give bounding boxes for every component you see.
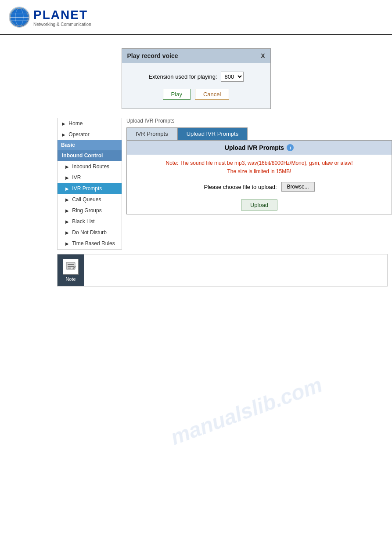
browse-button[interactable]: Browse... [281, 182, 315, 192]
note-area: Note [57, 254, 388, 287]
upload-note-line2: The size is limited in 15MB! [227, 168, 291, 174]
choose-file-label: Please choose file to upload: [204, 184, 277, 190]
logo-text: PLANET Networking & Communication [33, 8, 91, 27]
sidebar: ▶ Home ▶ Operator Basic Inbound Control … [57, 118, 122, 250]
sidebar-item-black-list[interactable]: ▶ Black List [58, 216, 122, 227]
sidebar-label-inbound-control: Inbound Control [62, 152, 103, 159]
sidebar-label-black-list: Black List [72, 218, 94, 225]
sidebar-label-ring-groups: Ring Groups [72, 207, 101, 214]
logo-area: PLANET Networking & Communication [9, 7, 383, 28]
sidebar-item-home[interactable]: ▶ Home [58, 118, 122, 129]
arrow-icon: ▶ [65, 175, 69, 180]
sidebar-label-inbound-routes: Inbound Routes [72, 163, 109, 170]
content-panel: Upload IVR Prompts IVR Prompts Upload IV… [126, 118, 392, 250]
sidebar-label-time-based-rules: Time Based Rules [72, 240, 115, 247]
sidebar-label-basic: Basic [61, 142, 75, 148]
upload-panel-header: Upload IVR Prompts i [127, 141, 392, 155]
sidebar-item-ring-groups[interactable]: ▶ Ring Groups [58, 205, 122, 216]
sidebar-label-ivr: IVR [72, 174, 81, 181]
tab-ivr-prompts[interactable]: IVR Prompts [126, 127, 177, 140]
sidebar-item-operator[interactable]: ▶ Operator [58, 129, 122, 140]
sidebar-item-ivr[interactable]: ▶ IVR [58, 172, 122, 183]
arrow-icon: ▶ [62, 121, 65, 126]
arrow-icon: ▶ [65, 208, 69, 213]
sidebar-section-basic: Basic [58, 140, 122, 150]
play-record-modal: Play record voice X Extension used for p… [122, 48, 271, 109]
sidebar-item-do-not-disturb[interactable]: ▶ Do Not Disturb [58, 227, 122, 238]
tab-ivr-prompts-label: IVR Prompts [136, 131, 168, 137]
note-icon-box: Note [58, 254, 84, 286]
sidebar-label-home: Home [68, 120, 83, 127]
sidebar-item-inbound-control[interactable]: Inbound Control [58, 150, 122, 161]
modal-title: Play record voice [127, 52, 178, 59]
arrow-icon: ▶ [65, 219, 69, 224]
header: PLANET Networking & Communication [0, 0, 392, 35]
tabs-bar: IVR Prompts Upload IVR Prompts [126, 127, 392, 140]
breadcrumb: Upload IVR Prompts [126, 118, 392, 124]
upload-button[interactable]: Upload [241, 200, 277, 210]
sidebar-item-ivr-prompts[interactable]: ▶ IVR Prompts [58, 183, 122, 194]
watermark: manualslib.com [168, 373, 326, 450]
main-area: ▶ Home ▶ Operator Basic Inbound Control … [0, 118, 392, 250]
arrow-icon: ▶ [62, 132, 65, 137]
note-content [84, 254, 387, 286]
modal-area: Play record voice X Extension used for p… [0, 48, 392, 109]
tab-upload-ivr-prompts-label: Upload IVR Prompts [187, 131, 239, 137]
sidebar-item-call-queues[interactable]: ▶ Call Queues [58, 194, 122, 205]
extension-row: Extension used for playing: 800 801 802 [131, 72, 262, 82]
upload-btn-row: Upload [127, 196, 392, 214]
cancel-button[interactable]: Cancel [195, 89, 229, 100]
sidebar-label-operator: Operator [68, 131, 89, 138]
logo-subtitle: Networking & Communication [33, 22, 91, 27]
modal-header: Play record voice X [122, 49, 270, 63]
sidebar-item-inbound-routes[interactable]: ▶ Inbound Routes [58, 161, 122, 172]
arrow-icon: ▶ [65, 241, 69, 246]
note-pencil-icon [63, 259, 79, 275]
arrow-icon: ▶ [65, 230, 69, 235]
sidebar-label-do-not-disturb: Do Not Disturb [72, 229, 107, 236]
extension-label: Extension used for playing: [148, 73, 217, 80]
arrow-icon: ▶ [65, 186, 69, 191]
modal-close-button[interactable]: X [261, 52, 265, 59]
info-icon: i [287, 144, 294, 151]
upload-note: Note: The sound file must be mp3, wav(16… [127, 155, 392, 178]
sidebar-item-time-based-rules[interactable]: ▶ Time Based Rules [58, 238, 122, 249]
upload-file-row: Please choose file to upload: Browse... [127, 178, 392, 196]
upload-panel: Upload IVR Prompts i Note: The sound fil… [126, 140, 392, 214]
play-button[interactable]: Play [163, 89, 191, 100]
note-label: Note [65, 276, 76, 282]
logo-globe-icon [9, 7, 30, 28]
upload-note-line1: Note: The sound file must be mp3, wav(16… [166, 160, 353, 166]
sidebar-label-call-queues: Call Queues [72, 196, 101, 203]
logo-brand: PLANET [33, 8, 91, 22]
modal-body: Extension used for playing: 800 801 802 … [122, 63, 270, 109]
upload-panel-title: Upload IVR Prompts [225, 144, 284, 151]
arrow-icon: ▶ [65, 197, 69, 202]
modal-buttons: Play Cancel [131, 89, 262, 100]
tab-upload-ivr-prompts[interactable]: Upload IVR Prompts [177, 127, 248, 140]
extension-select[interactable]: 800 801 802 [221, 72, 244, 82]
sidebar-label-ivr-prompts: IVR Prompts [72, 185, 102, 192]
arrow-icon: ▶ [65, 164, 69, 169]
